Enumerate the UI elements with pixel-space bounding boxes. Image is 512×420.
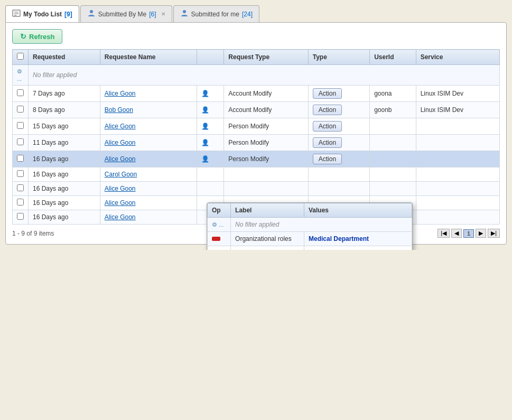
row5-type[interactable]: Action [308, 151, 369, 167]
row3-requested: 15 Days ago [29, 118, 100, 135]
svg-point-5 [183, 10, 186, 13]
row3-userid [370, 118, 416, 135]
col-header-requestee-name: Requestee Name [100, 50, 197, 65]
row3-requestee-link[interactable]: Alice Goon [105, 123, 136, 130]
col-header-checkbox [13, 50, 29, 65]
row3-service [416, 118, 499, 135]
row2-type[interactable]: Action [308, 102, 369, 118]
pag-first-button[interactable]: |◀ [437, 229, 450, 238]
popup-panel: Op Label Values ⚙ ... No filter applied [207, 202, 413, 250]
popup-filter-text-cell: No filter applied [231, 218, 412, 232]
row9-checkbox-cell [13, 210, 29, 225]
row7-service [416, 182, 499, 196]
tab-todo[interactable]: My Todo List [9] [5, 5, 79, 22]
row5-action-button[interactable]: Action [313, 154, 342, 164]
row2-checkbox[interactable] [17, 106, 24, 113]
tab-todo-count: [9] [64, 11, 72, 18]
row5-userid [370, 151, 416, 167]
row1-req-type: Account Modify [224, 86, 308, 102]
filter-row: ⚙ ... No filter applied [13, 65, 500, 86]
col-header-type: Type [308, 50, 369, 65]
row4-type[interactable]: Action [308, 135, 369, 151]
tab-submitted-by[interactable]: Submitted By Me [6] ✕ [80, 5, 172, 22]
pag-current-page: 1 [463, 229, 474, 238]
row4-requestee[interactable]: Alice Goon [100, 135, 197, 151]
tab-submitted-by-count: [6] [149, 11, 156, 18]
row7-requestee-link[interactable]: Alice Goon [105, 185, 136, 192]
popup-row2-op: + [208, 246, 231, 250]
row8-checkbox-cell [13, 196, 29, 210]
table-row: 16 Days ago Carol Goon [13, 167, 500, 182]
close-submitted-by-tab[interactable]: ✕ [161, 11, 165, 17]
table-row: 15 Days ago Alice Goon 👤 Person Modify A… [13, 118, 500, 135]
row8-requestee[interactable]: Alice Goon [100, 196, 197, 210]
row4-checkbox[interactable] [17, 138, 24, 145]
row3-req-icon: 👤 [197, 118, 224, 135]
row5-requestee[interactable]: Alice Goon [100, 151, 197, 167]
popup-table-row: + Organizational roles Doctor [208, 246, 412, 250]
row6-type [308, 167, 369, 182]
pag-last-button[interactable]: ▶| [488, 229, 500, 238]
row5-req-type: Person Modify [224, 151, 308, 167]
row6-checkbox[interactable] [17, 170, 24, 177]
row3-type[interactable]: Action [308, 118, 369, 135]
refresh-label: Refresh [29, 33, 54, 41]
row1-checkbox[interactable] [17, 89, 24, 96]
refresh-button[interactable]: ↻ Refresh [12, 29, 62, 44]
row1-requestee[interactable]: Alice Goon [100, 86, 197, 102]
row2-requested: 8 Days ago [29, 102, 100, 118]
row7-checkbox-cell [13, 182, 29, 196]
row7-checkbox[interactable] [17, 184, 24, 191]
row1-requestee-link[interactable]: Alice Goon [105, 90, 136, 97]
col-header-request-type: Request Type [224, 50, 308, 65]
tab-submitted-for[interactable]: Submitted for me [24] [173, 5, 259, 22]
row5-requestee-link[interactable]: Alice Goon [105, 155, 136, 163]
col-header-service: Service [416, 50, 499, 65]
row1-action-button[interactable]: Action [313, 88, 342, 99]
row8-requestee-link[interactable]: Alice Goon [105, 199, 136, 207]
select-all-checkbox[interactable] [17, 53, 24, 60]
popup-row1-value[interactable]: Medical Department [304, 232, 412, 246]
row5-person-icon: 👤 [201, 155, 209, 163]
row2-requestee-link[interactable]: Bob Goon [105, 106, 133, 114]
col-header-userid: UserId [370, 50, 416, 65]
popup-row2-value[interactable]: Doctor [304, 246, 412, 250]
row7-requestee[interactable]: Alice Goon [100, 182, 197, 196]
row5-checkbox[interactable] [17, 155, 24, 162]
row2-person-icon: 👤 [201, 106, 209, 114]
row2-requestee[interactable]: Bob Goon [100, 102, 197, 118]
filter-icon-cell[interactable]: ⚙ ... [13, 65, 29, 86]
row6-requestee-link[interactable]: Carol Goon [105, 171, 137, 178]
row6-req-type [224, 167, 308, 182]
row3-requestee[interactable]: Alice Goon [100, 118, 197, 135]
popup-filter-icon-cell[interactable]: ⚙ ... [208, 218, 231, 232]
row4-action-button[interactable]: Action [313, 137, 342, 148]
col-header-req-icon [197, 50, 224, 65]
row3-req-type: Person Modify [224, 118, 308, 135]
row3-action-button[interactable]: Action [313, 121, 342, 132]
popup-row1-minus-icon [212, 237, 220, 241]
row5-req-icon: 👤 [197, 151, 224, 167]
row2-action-button[interactable]: Action [313, 105, 342, 115]
pag-prev-button[interactable]: ◀ [451, 229, 462, 238]
main-panel: ↻ Refresh Requested Requestee Name Reque… [5, 22, 507, 245]
row1-type[interactable]: Action [308, 86, 369, 102]
row9-requestee[interactable]: Alice Goon [100, 210, 197, 225]
row8-service [416, 196, 499, 210]
row6-req-icon [197, 167, 224, 182]
popup-row1-value-link[interactable]: Medical Department [309, 235, 369, 242]
row9-requestee-link[interactable]: Alice Goon [105, 213, 136, 221]
row6-requested: 16 Days ago [29, 167, 100, 182]
popup-filter-gear-icon: ⚙ ... [212, 221, 224, 228]
row6-requestee[interactable]: Carol Goon [100, 167, 197, 182]
row8-checkbox[interactable] [17, 199, 24, 206]
table-row: 16 Days ago Alice Goon [13, 182, 500, 196]
row3-checkbox[interactable] [17, 122, 24, 129]
main-table: Requested Requestee Name Request Type Ty… [12, 49, 500, 225]
pag-next-button[interactable]: ▶ [476, 229, 486, 238]
tabs-bar: My Todo List [9] Submitted By Me [6] ✕ S… [5, 5, 507, 22]
table-row: 8 Days ago Bob Goon 👤 Account Modify Act… [13, 102, 500, 118]
pagination-summary: 1 - 9 of 9 items [12, 230, 54, 237]
row4-requestee-link[interactable]: Alice Goon [105, 139, 136, 146]
row9-checkbox[interactable] [17, 213, 24, 220]
